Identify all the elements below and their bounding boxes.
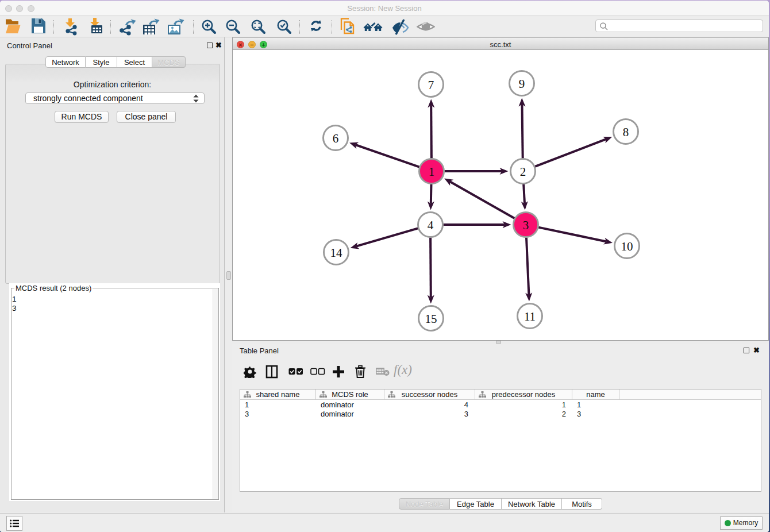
svg-text:8: 8 [623,125,629,139]
svg-text:7: 7 [428,78,434,92]
svg-text:15: 15 [425,312,437,326]
svg-text:11: 11 [524,310,536,323]
svg-text:1: 1 [429,165,435,179]
svg-text:2: 2 [520,165,526,179]
svg-text:4: 4 [428,218,434,232]
svg-text:6: 6 [333,132,339,145]
svg-text:3: 3 [523,218,529,232]
svg-text:9: 9 [519,77,525,91]
svg-text:10: 10 [621,240,633,253]
svg-text:14: 14 [330,246,343,260]
